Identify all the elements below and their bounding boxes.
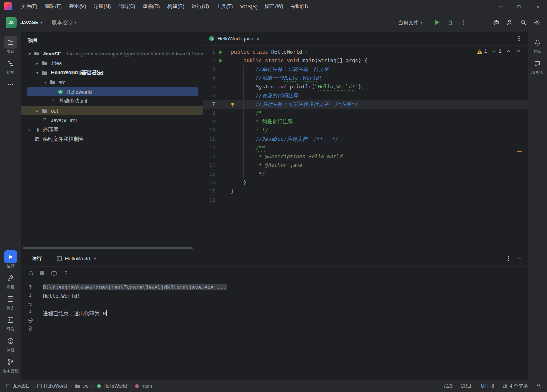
tree-row[interactable]: CHelloWorld [21,87,203,96]
line-number: 14 [203,161,215,170]
ai-assistant-button[interactable]: @ [491,17,502,28]
run-button[interactable] [431,17,442,28]
editor-tab-helloworld[interactable]: C HelloWorld.java × [203,32,264,45]
indent-widget[interactable]: 4 个空格 [502,383,528,390]
tool-window-button-problems[interactable]: 问题 [4,335,17,352]
horizontal-scrollbar[interactable] [23,247,193,249]
menu-item[interactable]: 运行(U) [188,0,213,13]
menu-item[interactable]: 工具(T) [213,0,237,13]
tree-row[interactable]: ▸外部库 [21,125,203,134]
inspections-widget[interactable]: 1 1 [474,48,521,54]
print-button[interactable] [27,317,33,323]
breadcrumb-item[interactable]: JavaSE [6,383,29,389]
code-line: 11 //JavaDoc:注释文档 /** */ [203,135,528,143]
tool-window-button-vcs[interactable]: 版本控制 [3,356,19,373]
search-everywhere-button[interactable] [518,17,529,28]
tree-row[interactable]: ▾HelloWorld [基础语法] [21,68,203,77]
tree-row[interactable]: 临时文件和控制台 [21,134,203,144]
gutter [215,143,226,152]
code-text: * */ [226,126,528,135]
menu-item[interactable]: 视图(V) [65,0,90,13]
close-tab-icon[interactable]: × [93,255,96,262]
menu-item[interactable]: 编辑(E) [41,0,65,13]
stop-button[interactable] [40,271,45,276]
clear-console-button[interactable] [27,326,33,331]
chevron-right-icon[interactable]: ▸ [34,61,41,65]
run-panel-options-button[interactable] [505,256,511,262]
encoding-widget[interactable]: UTF-8 [481,383,494,389]
close-button[interactable]: × [528,0,547,13]
minimize-button[interactable]: ─ [491,0,510,13]
run-line-icon[interactable] [215,56,226,65]
console-more-button[interactable] [63,270,69,276]
prev-occurrence-button[interactable] [27,284,33,290]
debug-button[interactable] [445,17,456,28]
terminal-icon [4,314,17,326]
more-actions-button[interactable] [458,17,469,28]
menu-item[interactable]: 代码(C) [114,0,139,13]
tool-window-button-project[interactable]: 项目 [4,36,17,54]
tool-window-button-notifications[interactable]: 通知 [531,36,544,54]
next-occurrence-button[interactable] [27,293,33,298]
editor-body[interactable]: 1public class HelloWorld {2 public stati… [203,46,528,250]
tool-window-button-structure[interactable]: 结构 [4,57,17,75]
menu-item[interactable]: VCS(S) [236,0,261,13]
tree-row[interactable]: ▾JavaSED:\ruanjian\xuexiruanjian\Typora\… [21,49,203,58]
chevron-down-icon[interactable]: ▾ [26,52,33,56]
console-output[interactable]: D:\ruanjian\xuexiruanjian\Typora\Java\jd… [39,280,528,379]
svg-text:m: m [136,384,138,387]
maximize-button[interactable]: □ [510,0,528,13]
run-tab-helloworld[interactable]: HelloWorld × [52,250,101,266]
soft-wrap-button[interactable] [27,301,33,306]
menu-item[interactable]: 导航(N) [90,0,114,13]
prev-problem-icon[interactable] [506,48,511,54]
breadcrumb-item[interactable]: src [75,383,88,389]
code-with-me-button[interactable] [504,17,515,28]
run-configuration-selector[interactable]: 当前文件 ▾ [398,19,422,26]
tree-row[interactable]: 基础语法.iml [21,96,203,106]
settings-button[interactable] [531,17,542,28]
console-view-button[interactable] [51,270,57,277]
tree-row[interactable]: JavaSE.iml [21,115,203,125]
run-line-icon[interactable] [215,48,226,56]
method-icon: m [134,384,140,389]
editor-options-button[interactable] [516,36,522,42]
rerun-button[interactable] [28,270,34,276]
tree-row[interactable]: ▸out [21,106,203,115]
tool-window-button-more[interactable] [4,78,17,91]
menu-item[interactable]: 构建(B) [163,0,188,13]
menu-item[interactable]: 重构(R) [139,0,163,13]
tool-window-button-run[interactable]: 运行 [4,250,17,268]
line-separator-widget[interactable]: CRLF [461,383,473,389]
code-text: * @Author java [226,161,528,170]
chevron-down-icon[interactable]: ▾ [42,80,49,84]
menu-item[interactable]: 帮助(H) [287,0,311,13]
tree-row[interactable]: ▸.idea [21,58,203,68]
vcs-widget[interactable]: 版本控制 ▾ [52,19,77,26]
project-widget[interactable]: JS JavaSE ▾ [6,17,42,28]
menu-bar-items: 文件(F)编辑(E)视图(V)导航(N)代码(C)重构(R)构建(B)运行(U)… [17,0,311,13]
menu-item[interactable]: 窗口(W) [261,0,287,13]
console-line: Hello,World! [43,292,528,300]
tool-window-button-ai-chat[interactable]: AI 聊天 [531,57,544,75]
chevron-right-icon[interactable]: ▸ [34,109,41,113]
breadcrumb-item[interactable]: mmain [134,383,152,389]
tool-window-button-build[interactable]: 构建 [4,272,17,289]
gutter [215,196,226,205]
close-tab-icon[interactable]: × [257,36,260,42]
breadcrumb-item[interactable]: CHelloWorld [96,383,127,389]
lock-icon[interactable] [536,383,541,389]
tree-row[interactable]: ▾src [21,77,203,87]
breadcrumb-item[interactable]: HelloWorld [37,383,67,389]
chevron-down-icon[interactable]: ▾ [34,71,41,75]
tool-window-button-services[interactable]: 服务 [4,293,17,310]
caret-position-widget[interactable]: 7:23 [443,383,452,389]
menu-item[interactable]: 文件(F) [17,0,41,13]
tree-item-path: D:\ruanjian\xuexiruanjian\Typora\Java\id… [64,51,203,57]
scroll-to-end-button[interactable] [27,309,33,315]
next-problem-icon[interactable] [516,48,521,54]
hide-panel-button[interactable]: ─ [518,256,521,262]
breadcrumb-separator-icon: › [32,384,34,388]
chevron-right-icon[interactable]: ▸ [26,128,33,132]
tool-window-button-terminal[interactable]: 终端 [4,314,17,331]
